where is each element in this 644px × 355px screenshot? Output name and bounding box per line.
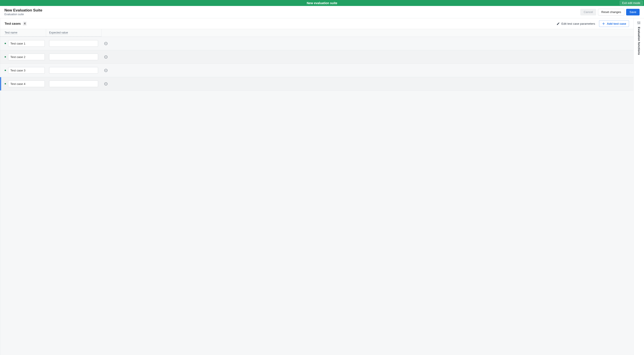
rail-label: Evaluation functions: [638, 27, 640, 55]
status-dot-icon: [5, 70, 6, 71]
evaluation-functions-rail[interactable]: Evaluation functions: [634, 18, 644, 355]
expected-value-input[interactable]: [49, 67, 98, 74]
testcase-row[interactable]: [0, 77, 634, 91]
circle-minus-icon: [104, 42, 108, 46]
testcases-toolbar: Test cases 4 Edit test case parameters: [0, 18, 634, 29]
test-name-input[interactable]: [8, 54, 45, 60]
list-collapse-icon[interactable]: [637, 21, 641, 25]
banner-title: New evaluation suite: [307, 1, 337, 5]
save-button[interactable]: Save: [626, 9, 640, 16]
column-header-test-name[interactable]: Test name: [0, 29, 46, 37]
remove-row-button[interactable]: [104, 42, 108, 46]
cancel-button[interactable]: Cancel: [580, 9, 596, 16]
exit-edit-mode-label: Exit edit mode: [622, 1, 640, 5]
testcase-row[interactable]: [0, 50, 634, 64]
pencil-icon: [556, 22, 560, 25]
edit-mode-banner: New evaluation suite Exit edit mode: [0, 0, 644, 6]
test-name-input[interactable]: [8, 67, 45, 74]
expected-value-input[interactable]: [49, 54, 98, 60]
test-name-input[interactable]: [8, 40, 45, 47]
plus-icon: [602, 22, 605, 25]
column-header-expected-value[interactable]: Expected value: [46, 29, 102, 37]
testcases-count-badge: 4: [23, 22, 27, 26]
testcases-title: Test cases: [5, 22, 21, 25]
test-name-input[interactable]: [8, 81, 45, 87]
reset-changes-button[interactable]: Reset changes: [598, 9, 624, 16]
testcase-row[interactable]: [0, 64, 634, 77]
status-dot-icon: [5, 83, 6, 85]
status-dot-icon: [5, 43, 6, 44]
page-subtitle: Evaluation suite: [4, 13, 42, 16]
remove-row-button[interactable]: [104, 68, 108, 72]
circle-minus-icon: [104, 82, 108, 86]
expected-value-input[interactable]: [49, 81, 98, 87]
circle-minus-icon: [104, 55, 108, 59]
testcase-row[interactable]: [0, 37, 634, 50]
add-test-case-button[interactable]: Add test case: [599, 20, 629, 27]
circle-minus-icon: [104, 69, 108, 72]
testcase-rows: [0, 37, 634, 355]
status-dot-icon: [5, 56, 6, 58]
edit-test-case-parameters-button[interactable]: Edit test case parameters: [556, 22, 595, 25]
remove-row-button[interactable]: [104, 82, 108, 86]
expected-value-input[interactable]: [49, 40, 98, 47]
remove-row-button[interactable]: [104, 55, 108, 59]
column-headers: Test name Expected value: [0, 29, 634, 37]
page-header: New Evaluation Suite Evaluation suite Ca…: [0, 6, 644, 18]
exit-edit-mode-button[interactable]: Exit edit mode: [620, 1, 643, 5]
page-title: New Evaluation Suite: [4, 8, 42, 13]
